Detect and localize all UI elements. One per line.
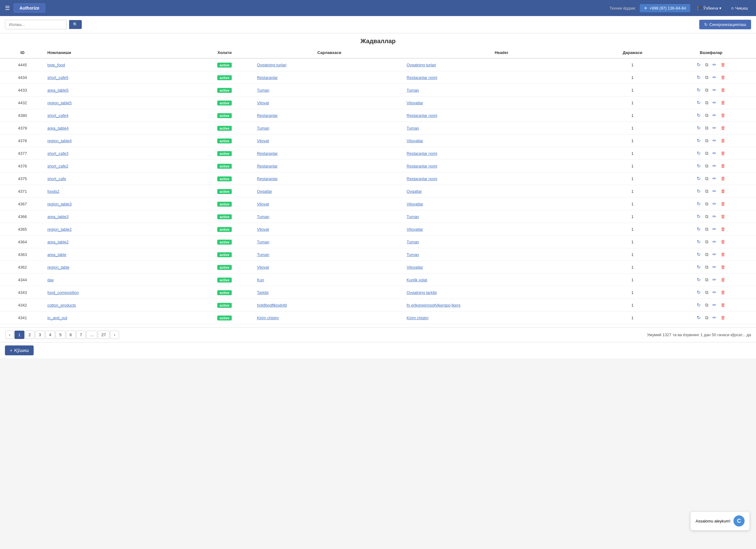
name-link[interactable]: short_cafe [48, 177, 66, 181]
title-link[interactable]: Tuman [257, 126, 269, 131]
name-link[interactable]: type_food [48, 63, 65, 67]
delete-button[interactable]: 🗑 [719, 162, 727, 169]
refresh-button[interactable]: ↻ [695, 264, 702, 271]
delete-button[interactable]: 🗑 [719, 238, 727, 245]
refresh-button[interactable]: ↻ [695, 112, 702, 119]
exit-button[interactable]: ⎋ Чиқиш [728, 4, 751, 12]
edit-button[interactable]: ✏ [711, 61, 718, 69]
delete-button[interactable]: 🗑 [719, 86, 727, 94]
edit-button[interactable]: ✏ [711, 188, 718, 195]
header-link[interactable]: Viloyatlar [407, 101, 423, 105]
header-link[interactable]: Restaranlar nomi [407, 75, 437, 80]
delete-button[interactable]: 🗑 [719, 251, 727, 258]
name-link[interactable]: in_and_out [48, 315, 67, 320]
edit-button[interactable]: ✏ [711, 289, 718, 296]
page-5-button[interactable]: 5 [56, 331, 65, 339]
name-link[interactable]: area_table5 [48, 88, 69, 93]
edit-button[interactable]: ✏ [711, 226, 718, 233]
page-7-button[interactable]: 7 [76, 331, 86, 339]
delete-button[interactable]: 🗑 [719, 61, 727, 68]
header-link[interactable]: Ovqatning turlari [407, 63, 436, 67]
edit-button[interactable]: ✏ [711, 112, 718, 119]
delete-button[interactable]: 🗑 [719, 99, 727, 106]
title-link[interactable]: Tuman [257, 88, 269, 93]
refresh-button[interactable]: ↻ [695, 213, 702, 220]
title-link[interactable]: Tarkibi [257, 290, 269, 295]
menu-icon[interactable]: ☰ [5, 5, 10, 11]
copy-button[interactable]: ⧉ [704, 112, 710, 119]
title-link[interactable]: Ovqatlar [257, 189, 272, 194]
name-link[interactable]: short_cafe3 [48, 151, 69, 156]
refresh-button[interactable]: ↻ [695, 188, 702, 195]
name-link[interactable]: region_table3 [48, 202, 72, 206]
search-input[interactable] [5, 20, 67, 29]
name-link[interactable]: day [48, 277, 54, 282]
copy-button[interactable]: ⧉ [704, 276, 710, 283]
page-2-button[interactable]: 2 [25, 331, 35, 339]
edit-button[interactable]: ✏ [711, 162, 718, 170]
header-link[interactable]: Tuman [407, 252, 419, 257]
edit-button[interactable]: ✏ [711, 251, 718, 258]
header-link[interactable]: Viloyatlar [407, 202, 423, 206]
header-link[interactable]: fn erlkgnejmrpgfvlkergpo;lkerg [407, 303, 460, 307]
name-link[interactable]: short_cafe2 [48, 164, 69, 169]
delete-button[interactable]: 🗑 [719, 226, 727, 233]
header-link[interactable]: Viloyatlar [407, 265, 423, 270]
copy-button[interactable]: ⧉ [704, 251, 710, 258]
prev-page-button[interactable]: ‹ [5, 331, 14, 339]
name-link[interactable]: food_composition [48, 290, 79, 295]
header-link[interactable]: Ovqatlar [407, 189, 422, 194]
title-link[interactable]: Restaranlar [257, 164, 278, 169]
delete-button[interactable]: 🗑 [719, 314, 727, 321]
copy-button[interactable]: ⧉ [704, 124, 710, 132]
title-link[interactable]: Restaranlar [257, 151, 278, 156]
copy-button[interactable]: ⧉ [704, 289, 710, 296]
name-link[interactable]: region_table4 [48, 139, 72, 143]
language-button[interactable]: 🏴 Ўзбекча ▾ [694, 4, 725, 12]
delete-button[interactable]: 🗑 [719, 124, 727, 131]
copy-button[interactable]: ⧉ [704, 264, 710, 271]
refresh-button[interactable]: ↻ [695, 124, 702, 132]
name-link[interactable]: short_cafe4 [48, 113, 69, 118]
refresh-button[interactable]: ↻ [695, 150, 702, 157]
refresh-button[interactable]: ↻ [695, 162, 702, 170]
title-link[interactable]: Tuman [257, 252, 269, 257]
copy-button[interactable]: ⧉ [704, 162, 710, 170]
edit-button[interactable]: ✏ [711, 213, 718, 220]
copy-button[interactable]: ⧉ [704, 314, 710, 321]
delete-button[interactable]: 🗑 [719, 112, 727, 119]
name-link[interactable]: cotton_products [48, 303, 76, 307]
title-link[interactable]: Viloyat [257, 139, 269, 143]
name-link[interactable]: region_table2 [48, 227, 72, 232]
title-link[interactable]: Tuman [257, 240, 269, 244]
copy-button[interactable]: ⧉ [704, 99, 710, 106]
copy-button[interactable]: ⧉ [704, 150, 710, 157]
delete-button[interactable]: 🗑 [719, 150, 727, 157]
search-button[interactable]: 🔍 [69, 20, 82, 29]
page-3-button[interactable]: 3 [35, 331, 45, 339]
copy-button[interactable]: ⧉ [704, 74, 710, 81]
header-link[interactable]: Restaranlar nomi [407, 164, 437, 169]
copy-button[interactable]: ⧉ [704, 188, 710, 195]
refresh-button[interactable]: ↻ [695, 99, 702, 106]
edit-button[interactable]: ✏ [711, 175, 718, 182]
edit-button[interactable]: ✏ [711, 74, 718, 81]
title-link[interactable]: Kirim chiqim [257, 315, 279, 320]
name-link[interactable]: area_table2 [48, 240, 69, 244]
delete-button[interactable]: 🗑 [719, 200, 727, 207]
title-link[interactable]: Viloyat [257, 202, 269, 206]
title-link[interactable]: Viloyat [257, 101, 269, 105]
edit-button[interactable]: ✏ [711, 276, 718, 283]
edit-button[interactable]: ✏ [711, 200, 718, 208]
next-page-button[interactable]: › [110, 331, 119, 339]
copy-button[interactable]: ⧉ [704, 301, 710, 309]
edit-button[interactable]: ✏ [711, 301, 718, 309]
title-link[interactable]: Kun [257, 277, 264, 282]
header-link[interactable]: Kirim chiqim [407, 315, 429, 320]
delete-button[interactable]: 🗑 [719, 137, 727, 144]
delete-button[interactable]: 🗑 [719, 289, 727, 296]
edit-button[interactable]: ✏ [711, 137, 718, 144]
title-link[interactable]: Tuman [257, 214, 269, 219]
header-link[interactable]: Restaranlar nomi [407, 177, 437, 181]
edit-button[interactable]: ✏ [711, 124, 718, 132]
